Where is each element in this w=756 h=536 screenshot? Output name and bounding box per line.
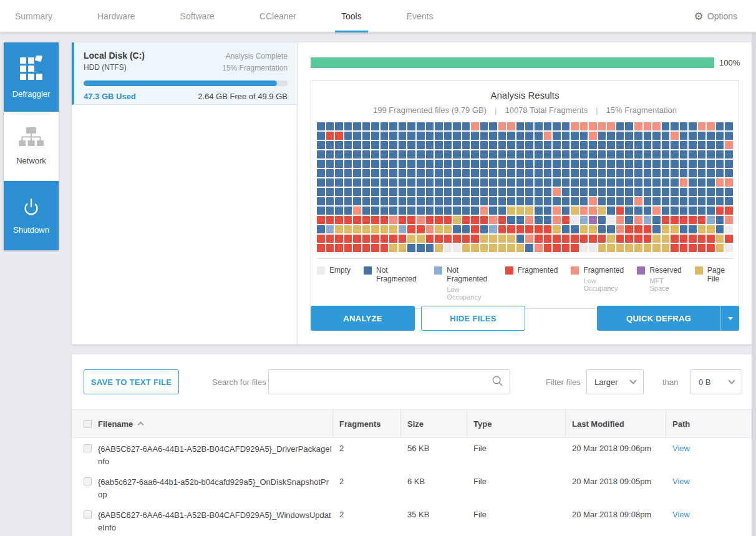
block-cell bbox=[407, 225, 415, 233]
quick-defrag-button[interactable]: QUICK DEFRAG bbox=[597, 306, 739, 331]
block-cell bbox=[698, 216, 706, 224]
block-cell bbox=[380, 216, 389, 224]
block-cell bbox=[389, 150, 397, 158]
block-cell bbox=[616, 160, 624, 168]
search-icon[interactable] bbox=[492, 375, 503, 389]
search-input[interactable] bbox=[275, 377, 492, 387]
block-cell bbox=[407, 197, 415, 205]
block-cell bbox=[571, 188, 579, 196]
block-cell bbox=[716, 207, 724, 215]
sidebar-item-network[interactable]: Network bbox=[4, 112, 59, 181]
block-cell bbox=[344, 132, 352, 140]
block-cell bbox=[462, 132, 470, 140]
block-cell bbox=[562, 197, 570, 205]
block-cell bbox=[652, 160, 661, 168]
block-cell bbox=[435, 160, 443, 168]
view-link[interactable]: View bbox=[672, 444, 690, 453]
block-cell bbox=[317, 207, 325, 215]
block-cell bbox=[516, 150, 525, 158]
table-row[interactable]: {6AB5C627-6AA6-44B1-A52B-B04CAFD929A5}_D… bbox=[72, 439, 752, 472]
block-cell bbox=[326, 150, 334, 158]
view-link[interactable]: View bbox=[672, 510, 690, 519]
block-cell bbox=[380, 207, 389, 215]
tab-hardware[interactable]: Hardware bbox=[91, 0, 142, 32]
column-header-type[interactable]: Type bbox=[467, 410, 566, 437]
view-link[interactable]: View bbox=[672, 477, 690, 486]
legend-item: FragmentedLow Occupancy bbox=[571, 266, 624, 301]
block-cell bbox=[562, 225, 570, 233]
filter-size-select[interactable]: 0 B bbox=[691, 369, 742, 394]
block-cell bbox=[634, 207, 642, 215]
tab-events[interactable]: Events bbox=[400, 0, 440, 32]
block-cell bbox=[480, 207, 488, 215]
row-checkbox[interactable] bbox=[84, 477, 92, 485]
block-cell bbox=[426, 141, 434, 149]
block-cell bbox=[426, 178, 434, 187]
block-cell bbox=[662, 216, 670, 224]
column-header-last-modified[interactable]: Last Modified bbox=[566, 410, 666, 437]
block-cell bbox=[553, 122, 561, 130]
block-cell bbox=[698, 132, 706, 140]
legend-item: Fragmented bbox=[505, 266, 558, 301]
filter-mode-select[interactable]: Larger bbox=[586, 369, 644, 394]
block-cell bbox=[580, 244, 588, 252]
block-cell bbox=[344, 178, 352, 187]
block-cell bbox=[426, 225, 434, 233]
block-cell bbox=[607, 169, 615, 177]
block-cell bbox=[562, 244, 570, 252]
sidebar-item-shutdown[interactable]: Shutdown bbox=[4, 181, 59, 250]
disk-status-line2: 15% Fragmentation bbox=[222, 62, 288, 74]
block-cell bbox=[462, 150, 470, 158]
block-cell bbox=[580, 150, 588, 158]
column-header-fragments[interactable]: Fragments bbox=[333, 410, 401, 437]
block-cell bbox=[444, 122, 452, 130]
column-header-size[interactable]: Size bbox=[401, 410, 467, 437]
block-cell bbox=[625, 150, 633, 158]
block-cell bbox=[435, 122, 443, 130]
block-cell bbox=[489, 141, 497, 149]
block-cell bbox=[644, 132, 652, 140]
legend-text: FragmentedLow Occupancy bbox=[583, 266, 624, 292]
block-cell bbox=[371, 225, 379, 233]
block-cell bbox=[535, 207, 543, 215]
legend-sublabel: MFT Space bbox=[649, 277, 681, 292]
sidebar-item-defraggler[interactable]: Defraggler bbox=[4, 42, 59, 112]
row-checkbox[interactable] bbox=[84, 444, 92, 452]
block-cell bbox=[453, 225, 461, 233]
row-checkbox[interactable] bbox=[84, 510, 92, 519]
block-cell bbox=[435, 216, 443, 224]
table-row[interactable]: {6AB5C627-6AA6-44B1-A52B-B04CAFD929A5}_W… bbox=[72, 505, 752, 536]
options-button[interactable]: ⚙ Options bbox=[694, 11, 738, 22]
block-cell bbox=[607, 178, 615, 187]
tab-tools[interactable]: Tools bbox=[335, 0, 368, 32]
block-cell bbox=[389, 132, 397, 140]
block-cell bbox=[725, 235, 733, 243]
select-all-checkbox[interactable] bbox=[84, 420, 92, 428]
block-cell bbox=[589, 244, 597, 252]
disk-entry-c[interactable]: Local Disk (C:) HDD (NTFS) Analysis Comp… bbox=[72, 42, 298, 105]
save-to-text-file-button[interactable]: SAVE TO TEXT FILE bbox=[84, 369, 179, 394]
scrollbar[interactable] bbox=[752, 32, 756, 536]
tab-software[interactable]: Software bbox=[174, 0, 221, 32]
block-cell bbox=[480, 225, 488, 233]
tab-ccleaner[interactable]: CCleaner bbox=[253, 0, 303, 32]
block-cell bbox=[507, 244, 515, 252]
block-cell bbox=[671, 122, 679, 130]
column-header-path[interactable]: Path bbox=[666, 410, 740, 437]
block-cell bbox=[498, 150, 506, 158]
block-cell bbox=[662, 122, 670, 130]
tab-summary[interactable]: Summary bbox=[9, 0, 59, 32]
hide-files-button[interactable]: HIDE FILES bbox=[421, 306, 525, 331]
quick-defrag-dropdown[interactable] bbox=[720, 306, 739, 331]
block-cell bbox=[417, 188, 425, 196]
analyze-button[interactable]: ANALYZE bbox=[311, 306, 415, 331]
block-cell bbox=[680, 207, 688, 215]
file-type: File bbox=[467, 510, 566, 519]
block-cell bbox=[589, 207, 597, 215]
block-cell bbox=[471, 188, 479, 196]
block-cell bbox=[399, 188, 407, 196]
block-cell bbox=[580, 132, 588, 140]
table-row[interactable]: {6ab5c627-6aa6-44b1-a52b-b04cafd929a5}_O… bbox=[72, 472, 752, 505]
block-cell bbox=[535, 225, 543, 233]
column-header-filename[interactable]: Filename bbox=[72, 410, 333, 437]
